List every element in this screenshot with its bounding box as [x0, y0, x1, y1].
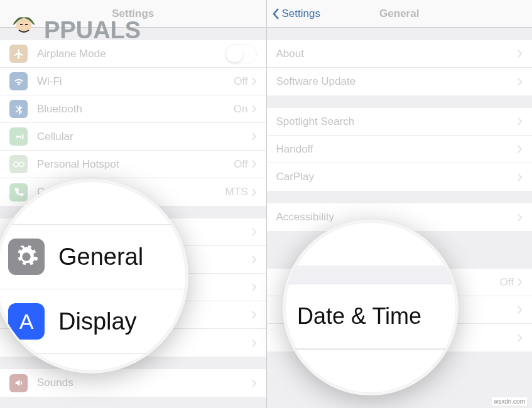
chevron-icon — [252, 105, 257, 113]
settings-group-network: Airplane Mode Wi-Fi Off Bluetooth On — [0, 40, 266, 206]
row-handoff[interactable]: Handoff — [267, 136, 533, 163]
accessibility-label: Accessibility — [276, 211, 518, 223]
about-label: About — [276, 48, 518, 60]
handoff-label: Handoff — [276, 143, 518, 156]
chevron-icon — [252, 77, 257, 85]
magnifier-lens-general: General A Display — [0, 179, 188, 373]
hotspot-label: Personal Hotspot — [37, 158, 234, 171]
chevron-icon — [252, 339, 257, 347]
svg-rect-2 — [25, 24, 28, 25]
chevron-icon — [518, 306, 523, 314]
software-update-label: Software Update — [276, 75, 518, 88]
row-software-update[interactable]: Software Update — [267, 68, 533, 95]
chevron-icon — [518, 145, 523, 153]
chevron-icon — [518, 213, 523, 222]
row-wifi[interactable]: Wi-Fi Off — [0, 68, 266, 95]
chevron-icon — [252, 160, 257, 168]
chevron-icon — [518, 50, 523, 58]
carrier-icon — [9, 183, 28, 201]
navbar-general: Settings General — [267, 0, 533, 28]
nav-back-button[interactable]: Settings — [272, 8, 320, 20]
carrier-value: MTS — [225, 186, 248, 198]
airplane-toggle[interactable] — [225, 44, 257, 63]
bluetooth-icon — [9, 100, 28, 118]
spotlight-label: Spotlight Search — [276, 115, 518, 128]
chevron-icon — [518, 78, 523, 86]
watermark: PPUALS — [0, 13, 141, 48]
lens-row-datetime[interactable]: Date & Time — [285, 284, 457, 349]
wifi-icon — [9, 72, 28, 90]
chevron-icon — [252, 255, 257, 264]
bluetooth-label: Bluetooth — [37, 103, 234, 115]
hotspot-value: Off — [234, 158, 247, 171]
lens-display-label: Display — [58, 308, 137, 335]
svg-point-4 — [19, 162, 24, 167]
site-credit: wsxdn.com — [492, 397, 527, 405]
watermark-text: PPUALS — [44, 17, 141, 44]
row-bluetooth[interactable]: Bluetooth On — [0, 95, 266, 123]
cellular-icon — [9, 127, 28, 146]
general-group-about: About Software Update — [267, 40, 533, 95]
wifi-value: Off — [234, 75, 247, 88]
chevron-icon — [518, 117, 523, 126]
bluetooth-value: On — [234, 103, 248, 115]
chevron-icon — [252, 283, 257, 291]
hotspot-icon — [9, 155, 28, 173]
watermark-logo — [6, 13, 41, 48]
svg-point-3 — [13, 162, 18, 167]
svg-rect-1 — [20, 24, 23, 25]
wifi-label: Wi-Fi — [37, 75, 234, 88]
chevron-icon — [252, 379, 257, 387]
row-spotlight[interactable]: Spotlight Search — [267, 108, 533, 136]
chevron-icon — [252, 311, 257, 319]
sounds-icon — [9, 374, 28, 392]
row-hotspot[interactable]: Personal Hotspot Off — [0, 151, 266, 178]
chevron-icon — [252, 228, 257, 236]
row-sounds[interactable]: Sounds — [0, 369, 266, 397]
gear-icon — [8, 239, 45, 275]
carplay-label: CarPlay — [276, 171, 518, 183]
row-about[interactable]: About — [267, 40, 533, 68]
nav-back-label: Settings — [282, 8, 320, 20]
settings-group-sounds: Sounds — [0, 369, 266, 397]
row-carplay[interactable]: CarPlay — [267, 163, 533, 191]
chevron-icon — [518, 278, 523, 286]
lens-general-label: General — [58, 244, 143, 271]
sounds-label: Sounds — [37, 377, 252, 389]
chevron-icon — [518, 334, 523, 342]
general-group-spotlight: Spotlight Search Handoff CarPlay — [267, 108, 533, 191]
lens-row-display[interactable]: A Display — [0, 289, 187, 354]
hidden-off-value: Off — [500, 276, 514, 289]
lens-row-general[interactable]: General — [0, 225, 187, 289]
magnifier-lens-datetime: Date & Time — [283, 220, 459, 395]
lens-datetime-label: Date & Time — [297, 303, 421, 330]
display-icon: A — [8, 303, 45, 340]
cellular-label: Cellular — [37, 131, 252, 143]
chevron-icon — [518, 173, 523, 181]
chevron-icon — [252, 132, 257, 141]
nav-title-general: General — [379, 8, 419, 20]
chevron-icon — [252, 188, 257, 196]
row-cellular[interactable]: Cellular — [0, 123, 266, 151]
airplane-label: Airplane Mode — [37, 48, 225, 60]
